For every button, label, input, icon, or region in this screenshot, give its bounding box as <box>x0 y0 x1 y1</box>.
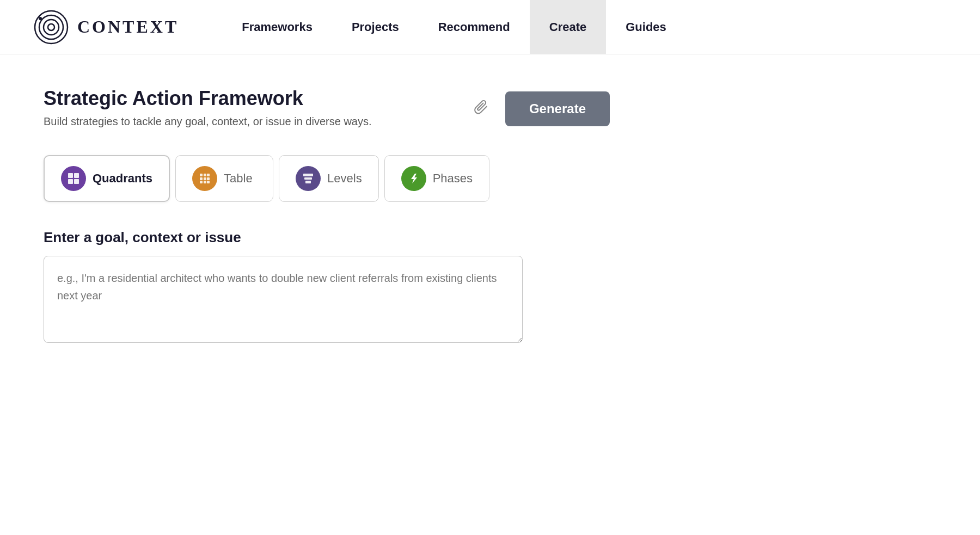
quadrants-icon <box>61 166 86 191</box>
header: CONTEXT Frameworks Projects Recommend Cr… <box>0 0 980 54</box>
nav-item-projects[interactable]: Projects <box>332 0 419 54</box>
app-name: CONTEXT <box>77 17 179 37</box>
nav-item-create[interactable]: Create <box>530 0 606 54</box>
view-tabs: Quadrants Table <box>44 155 610 202</box>
page-header: Strategic Action Framework Build strateg… <box>44 87 610 128</box>
nav-item-guides[interactable]: Guides <box>606 0 686 54</box>
tab-table[interactable]: Table <box>175 155 273 202</box>
tab-levels-label: Levels <box>327 171 362 186</box>
svg-point-3 <box>48 24 54 30</box>
goal-label: Enter a goal, context or issue <box>44 229 610 246</box>
main-content: Strategic Action Framework Build strateg… <box>0 54 653 378</box>
tab-levels[interactable]: Levels <box>279 155 379 202</box>
tab-phases[interactable]: Phases <box>384 155 489 202</box>
tab-phases-label: Phases <box>433 171 473 186</box>
generate-button[interactable]: Generate <box>505 91 610 126</box>
svg-point-1 <box>39 15 63 39</box>
attach-icon <box>474 99 490 115</box>
goal-section: Enter a goal, context or issue <box>44 229 610 345</box>
phases-icon <box>401 166 426 191</box>
main-nav: Frameworks Projects Recommend Create Gui… <box>222 0 686 54</box>
levels-icon <box>296 166 321 191</box>
nav-item-recommend[interactable]: Recommend <box>419 0 530 54</box>
goal-textarea[interactable] <box>44 256 523 343</box>
attach-button[interactable] <box>469 95 494 124</box>
page-title: Strategic Action Framework <box>44 87 469 110</box>
header-actions: Generate <box>469 91 610 126</box>
logo-area: CONTEXT <box>33 9 179 46</box>
tab-quadrants-label: Quadrants <box>93 171 152 186</box>
page-subtitle: Build strategies to tackle any goal, con… <box>44 115 469 128</box>
nav-item-frameworks[interactable]: Frameworks <box>222 0 332 54</box>
svg-point-4 <box>39 17 42 20</box>
table-icon <box>192 166 217 191</box>
tab-table-label: Table <box>224 171 253 186</box>
page-title-area: Strategic Action Framework Build strateg… <box>44 87 469 128</box>
logo-icon <box>33 9 70 46</box>
tab-quadrants[interactable]: Quadrants <box>44 155 170 202</box>
svg-point-2 <box>44 20 59 35</box>
